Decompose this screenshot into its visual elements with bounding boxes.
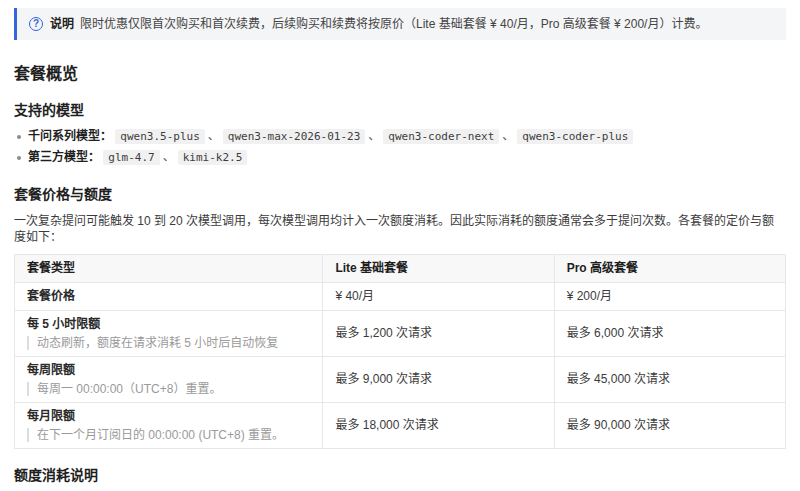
list-item-thirdparty-models: 第三方模型： glm-4.7、kimi-k2.5: [14, 147, 786, 168]
model-group-label: 第三方模型：: [28, 150, 100, 164]
header-lite-plan: Lite 基础套餐: [323, 255, 554, 283]
cell-lite-value: 最多 18,000 次请求: [323, 403, 554, 449]
info-icon: ?: [29, 17, 43, 31]
cell-pro-value: 最多 90,000 次请求: [554, 403, 785, 449]
pricing-intro: 一次复杂提问可能触发 10 到 20 次模型调用，每次模型调用均计入一次额度消耗…: [14, 213, 786, 245]
header-pro-plan: Pro 高级套餐: [554, 255, 785, 283]
cell-pro-value: 最多 45,000 次请求: [554, 357, 785, 403]
section-title-pricing: 套餐价格与额度: [14, 183, 786, 203]
separator: 、: [208, 129, 220, 143]
banner-message: 限时优惠仅限首次购买和首次续费，后续购买和续费将按原价（Lite 基础套餐 ¥ …: [80, 17, 707, 31]
table-header-row: 套餐类型 Lite 基础套餐 Pro 高级套餐: [15, 255, 786, 283]
row-label: 每月限额: [27, 409, 310, 424]
table-row-5hour-limit: 每 5 小时限额 动态刷新，额度在请求消耗 5 小时后自动恢复 最多 1,200…: [15, 311, 786, 357]
cell-pro-value: 最多 6,000 次请求: [554, 311, 785, 357]
cell-lite-value: 最多 1,200 次请求: [323, 311, 554, 357]
cell-label: 每月限额 在下一个月订阅日的 00:00:00 (UTC+8) 重置。: [15, 403, 323, 449]
row-note: 每周一 00:00:00（UTC+8）重置。: [27, 382, 310, 396]
table-row-weekly-limit: 每周限额 每周一 00:00:00（UTC+8）重置。 最多 9,000 次请求…: [15, 357, 786, 403]
cell-lite-value: 最多 9,000 次请求: [323, 357, 554, 403]
cell-label: 每 5 小时限额 动态刷新，额度在请求消耗 5 小时后自动恢复: [15, 311, 323, 357]
model-code: qwen3-max-2026-01-23: [223, 129, 365, 144]
model-code: qwen3.5-plus: [115, 129, 204, 144]
section-title-consumption: 额度消耗说明: [14, 464, 786, 484]
model-list: 千问系列模型： qwen3.5-plus、qwen3-max-2026-01-2…: [14, 126, 786, 168]
cell-label: 每周限额 每周一 00:00:00（UTC+8）重置。: [15, 357, 323, 403]
cell-label: 套餐价格: [15, 283, 323, 311]
model-group-label: 千问系列模型：: [28, 129, 112, 143]
row-label: 每 5 小时限额: [27, 317, 310, 332]
model-code: qwen3-coder-plus: [517, 129, 633, 144]
model-code: qwen3-coder-next: [383, 129, 499, 144]
row-label: 每周限额: [27, 363, 310, 378]
separator: 、: [163, 150, 175, 164]
row-label: 套餐价格: [27, 289, 310, 304]
table-row-price: 套餐价格 ¥ 40/月 ¥ 200/月: [15, 283, 786, 311]
cell-pro-value: ¥ 200/月: [554, 283, 785, 311]
row-note: 动态刷新，额度在请求消耗 5 小时后自动恢复: [27, 336, 310, 350]
pricing-table: 套餐类型 Lite 基础套餐 Pro 高级套餐 套餐价格 ¥ 40/月 ¥ 20…: [14, 254, 786, 449]
doc-page: ? 说明限时优惠仅限首次购买和首次续费，后续购买和续费将按原价（Lite 基础套…: [0, 8, 800, 491]
separator: 、: [502, 129, 514, 143]
cell-lite-value: ¥ 40/月: [323, 283, 554, 311]
page-title: 套餐概览: [14, 60, 786, 84]
info-banner: ? 说明限时优惠仅限首次购买和首次续费，后续购买和续费将按原价（Lite 基础套…: [14, 8, 786, 40]
model-code: glm-4.7: [103, 150, 159, 165]
banner-label: 说明: [50, 17, 74, 31]
header-plan-type: 套餐类型: [15, 255, 323, 283]
row-note: 在下一个月订阅日的 00:00:00 (UTC+8) 重置。: [27, 428, 310, 442]
model-code: kimi-k2.5: [178, 150, 248, 165]
list-item-qwen-models: 千问系列模型： qwen3.5-plus、qwen3-max-2026-01-2…: [14, 126, 786, 147]
banner-text: 说明限时优惠仅限首次购买和首次续费，后续购买和续费将按原价（Lite 基础套餐 …: [50, 16, 707, 32]
separator: 、: [368, 129, 380, 143]
section-title-models: 支持的模型: [14, 99, 786, 119]
table-row-monthly-limit: 每月限额 在下一个月订阅日的 00:00:00 (UTC+8) 重置。 最多 1…: [15, 403, 786, 449]
